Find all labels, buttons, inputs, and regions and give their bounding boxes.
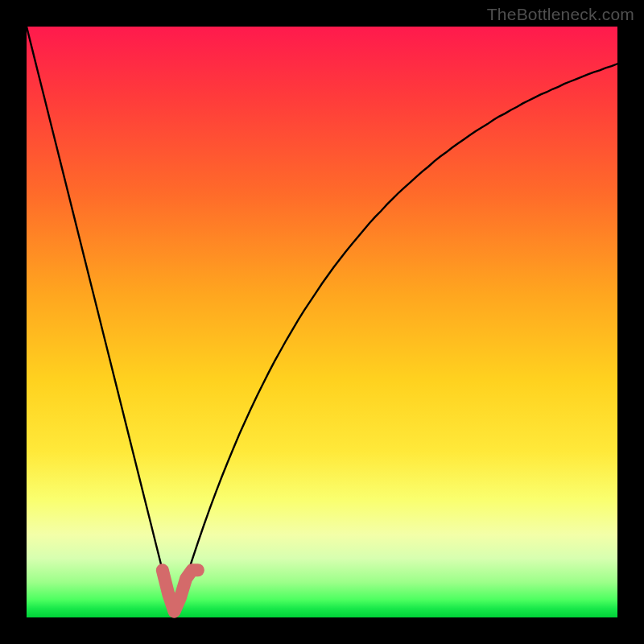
watermark-text: TheBottleneck.com [487, 5, 634, 24]
optimal-zone-marker [163, 570, 198, 611]
bottleneck-curve-svg [27, 27, 617, 617]
bottleneck-curve [27, 27, 617, 617]
gradient-plot-area [27, 27, 617, 617]
